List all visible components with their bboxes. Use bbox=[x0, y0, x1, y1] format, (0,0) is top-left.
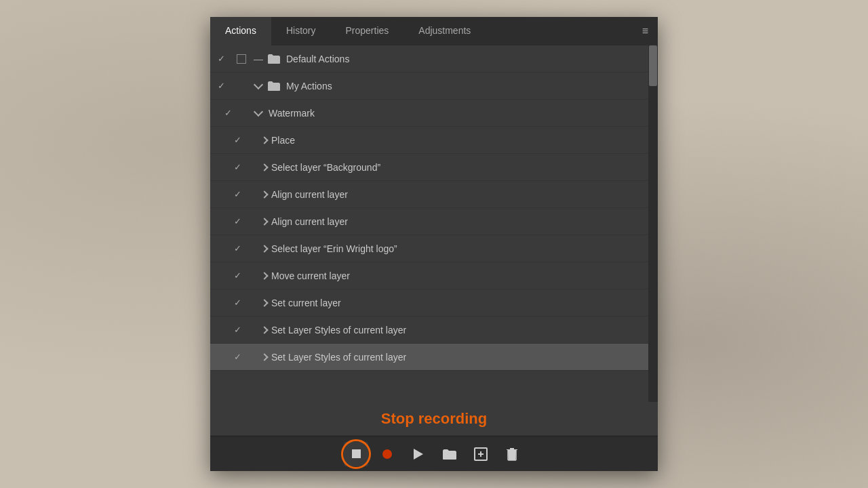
play-icon bbox=[414, 449, 423, 460]
bottom-toolbar bbox=[210, 436, 658, 471]
check-select-erin: ✓ bbox=[210, 243, 237, 253]
stop-recording-banner: Stop recording bbox=[210, 402, 658, 436]
tab-properties[interactable]: Properties bbox=[330, 17, 403, 45]
row-watermark[interactable]: ✓ Watermark bbox=[210, 100, 658, 127]
stop-button-circle bbox=[341, 439, 371, 469]
tab-actions[interactable]: Actions bbox=[210, 17, 271, 45]
record-icon bbox=[382, 449, 392, 459]
row-move-layer[interactable]: ✓ Move current layer bbox=[210, 262, 658, 289]
expand-move-layer[interactable] bbox=[256, 273, 271, 279]
expand-select-erin[interactable] bbox=[256, 246, 271, 251]
panel-content: ✓ — Default Actions ✓ bbox=[210, 45, 658, 436]
label-watermark: Watermark bbox=[266, 108, 648, 119]
expand-align-1[interactable] bbox=[256, 192, 271, 197]
check-align-1: ✓ bbox=[210, 189, 237, 199]
label-my-actions: My Actions bbox=[286, 81, 648, 92]
actions-list: ✓ — Default Actions ✓ bbox=[210, 45, 658, 402]
new-action-button[interactable] bbox=[469, 442, 493, 466]
row-set-styles-1[interactable]: ✓ Set Layer Styles of current layer bbox=[210, 317, 658, 344]
label-align-1: Align current layer bbox=[271, 189, 648, 200]
expand-select-background[interactable] bbox=[256, 165, 271, 170]
check-select-background: ✓ bbox=[210, 162, 237, 172]
label-set-styles-1: Set Layer Styles of current layer bbox=[271, 325, 648, 336]
folder-icon bbox=[442, 448, 457, 460]
check-default-actions: ✓ bbox=[210, 54, 232, 64]
row-select-erin[interactable]: ✓ Select layer “Erin Wright logo” bbox=[210, 235, 658, 262]
check-my-actions: ✓ bbox=[210, 81, 232, 91]
expand-place[interactable] bbox=[256, 138, 271, 143]
row-set-layer[interactable]: ✓ Set current layer bbox=[210, 289, 658, 317]
check-set-styles-1: ✓ bbox=[210, 325, 237, 335]
tab-history[interactable]: History bbox=[271, 17, 331, 45]
label-place: Place bbox=[271, 135, 648, 146]
expand-set-styles-2[interactable] bbox=[256, 354, 271, 360]
check-move-layer: ✓ bbox=[210, 270, 237, 281]
label-set-layer: Set current layer bbox=[271, 298, 648, 308]
expand-default-actions[interactable]: — bbox=[251, 54, 266, 64]
row-select-background[interactable]: ✓ Select layer “Background” bbox=[210, 154, 658, 181]
expand-align-2[interactable] bbox=[256, 219, 271, 224]
label-set-styles-2: Set Layer Styles of current layer bbox=[271, 352, 648, 363]
scrollbar-thumb[interactable] bbox=[649, 45, 657, 86]
expand-set-styles-1[interactable] bbox=[256, 327, 271, 333]
delete-button[interactable] bbox=[500, 442, 524, 466]
label-select-background: Select layer “Background” bbox=[271, 162, 648, 173]
delete-icon bbox=[506, 447, 518, 462]
new-folder-button[interactable] bbox=[437, 442, 462, 466]
folder-icon-my-actions bbox=[266, 81, 282, 92]
check-set-layer: ✓ bbox=[210, 298, 237, 308]
label-default-actions: Default Actions bbox=[286, 54, 648, 64]
tab-bar: Actions History Properties Adjustments ≡ bbox=[210, 17, 658, 45]
label-select-erin: Select layer “Erin Wright logo” bbox=[271, 243, 648, 254]
expand-my-actions[interactable] bbox=[251, 81, 266, 90]
row-default-actions[interactable]: ✓ — Default Actions bbox=[210, 45, 658, 73]
check-watermark: ✓ bbox=[210, 108, 232, 118]
stop-button[interactable] bbox=[344, 442, 368, 466]
row-my-actions[interactable]: ✓ My Actions bbox=[210, 73, 658, 100]
row-align-layer-2[interactable]: ✓ Align current layer bbox=[210, 208, 658, 235]
checkbox-default-actions[interactable] bbox=[232, 54, 251, 64]
scrollbar[interactable] bbox=[648, 45, 658, 402]
check-set-styles-2: ✓ bbox=[210, 352, 237, 362]
check-place: ✓ bbox=[210, 135, 237, 145]
actions-panel: Actions History Properties Adjustments ≡… bbox=[210, 17, 658, 471]
record-button[interactable] bbox=[375, 442, 399, 466]
expand-set-layer[interactable] bbox=[256, 300, 271, 306]
check-align-2: ✓ bbox=[210, 216, 237, 226]
label-align-2: Align current layer bbox=[271, 216, 648, 227]
tab-adjustments[interactable]: Adjustments bbox=[403, 17, 486, 45]
row-align-layer-1[interactable]: ✓ Align current layer bbox=[210, 181, 658, 208]
panel-menu-button[interactable]: ≡ bbox=[633, 17, 658, 45]
label-move-layer: Move current layer bbox=[271, 270, 648, 281]
row-place[interactable]: ✓ Place bbox=[210, 127, 658, 154]
expand-watermark[interactable] bbox=[251, 108, 266, 117]
play-button[interactable] bbox=[406, 442, 431, 466]
new-action-icon bbox=[473, 447, 488, 462]
row-set-styles-2[interactable]: ✓ Set Layer Styles of current layer bbox=[210, 344, 658, 371]
folder-icon-default-actions bbox=[266, 54, 282, 64]
